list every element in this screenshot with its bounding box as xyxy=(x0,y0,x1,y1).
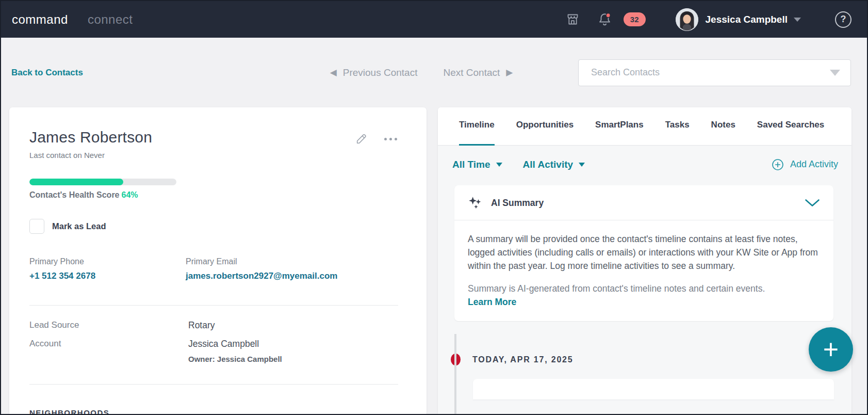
primary-email-label: Primary Email xyxy=(186,257,398,266)
tab-saved-searches[interactable]: Saved Searches xyxy=(757,120,824,146)
brand-connect[interactable]: connect xyxy=(88,12,133,27)
main-content: James Robertson Last contact on Never Co… xyxy=(1,107,867,415)
contact-subheader: Back to Contacts ◀ Previous Contact Next… xyxy=(1,38,867,107)
timeline-section: TODAY, APR 17, 2025 xyxy=(454,334,851,415)
tab-opportunities[interactable]: Opportunities xyxy=(516,120,574,146)
add-activity-button[interactable]: Add Activity xyxy=(771,158,838,171)
timeline-date-entry: TODAY, APR 17, 2025 xyxy=(454,334,851,365)
tab-smartplans[interactable]: SmartPlans xyxy=(595,120,644,146)
contact-card-header: James Robertson xyxy=(29,129,398,146)
previous-contact-arrow-icon[interactable]: ◀ xyxy=(330,67,337,78)
lead-source-value: Rotary xyxy=(188,320,398,331)
help-icon[interactable]: ? xyxy=(835,11,851,28)
primary-phone-field: Primary Phone +1 512 354 2678 xyxy=(29,257,186,281)
primary-phone-value[interactable]: +1 512 354 2678 xyxy=(29,271,186,281)
next-contact-button[interactable]: Next Contact xyxy=(443,67,500,78)
tab-notes[interactable]: Notes xyxy=(711,120,735,146)
primary-email-value[interactable]: james.robertson2927@myemail.com xyxy=(186,271,398,281)
time-filter-value: All Time xyxy=(452,159,490,170)
activity-tabbar: Timeline Opportunities SmartPlans Tasks … xyxy=(438,107,851,146)
lead-source-row: Lead Source Rotary xyxy=(29,320,398,331)
tab-timeline[interactable]: Timeline xyxy=(459,120,495,146)
mark-as-lead-label: Mark as Lead xyxy=(52,221,106,231)
health-score-fill xyxy=(29,179,123,185)
marketplace-icon[interactable] xyxy=(566,12,580,26)
topbar-actions: 32 Jessica Campbell ? xyxy=(566,8,851,31)
timeline-event-card[interactable] xyxy=(473,379,834,400)
primary-phone-label: Primary Phone xyxy=(29,257,186,266)
ai-summary-card: AI Summary A summary will be provided on… xyxy=(454,185,833,321)
ai-summary-text: A summary will be provided once the cont… xyxy=(468,232,819,273)
collapse-chevron-icon[interactable] xyxy=(805,199,820,207)
primary-contact-fields: Primary Phone +1 512 354 2678 Primary Em… xyxy=(29,257,398,281)
user-menu-caret-icon[interactable] xyxy=(794,18,801,22)
health-score-caption: Contact's Health Score xyxy=(29,190,120,199)
next-contact-arrow-icon[interactable]: ▶ xyxy=(506,67,513,78)
mark-as-lead-checkbox[interactable] xyxy=(29,219,44,234)
user-name[interactable]: Jessica Campbell xyxy=(706,14,788,25)
account-value-group: Jessica Campbell Owner: Jessica Campbell xyxy=(188,339,398,363)
more-options-ellipsis-icon[interactable] xyxy=(383,135,398,143)
add-activity-label: Add Activity xyxy=(790,159,838,170)
back-to-contacts-link[interactable]: Back to Contacts xyxy=(11,68,83,78)
tab-tasks[interactable]: Tasks xyxy=(665,120,690,146)
time-filter-caret-icon xyxy=(496,163,502,167)
lead-source-label: Lead Source xyxy=(29,320,188,331)
account-value: Jessica Campbell xyxy=(188,339,398,349)
contact-details: Lead Source Rotary Account Jessica Campb… xyxy=(29,320,398,363)
contact-pagination: ◀ Previous Contact Next Contact ▶ xyxy=(330,67,513,78)
search-contacts-input[interactable] xyxy=(591,67,830,78)
contact-name: James Robertson xyxy=(29,129,152,146)
notifications-bell-icon[interactable] xyxy=(597,12,612,27)
learn-more-link[interactable]: Learn More xyxy=(468,297,516,308)
activity-filter-caret-icon xyxy=(579,163,585,167)
health-score-value: 64% xyxy=(122,190,138,199)
timeline-filter-row: All Time All Activity Add Activity xyxy=(438,146,851,183)
ai-summary-header[interactable]: AI Summary xyxy=(454,185,833,220)
account-owner-text: Owner: Jessica Campbell xyxy=(188,355,398,363)
timeline-panel: All Time All Activity Add Activity xyxy=(438,146,851,415)
time-filter-dropdown[interactable]: All Time xyxy=(452,159,502,170)
neighborhoods-heading: NEIGHBORHOODS xyxy=(29,408,398,415)
search-contacts-box xyxy=(578,59,851,86)
timeline-date-header: TODAY, APR 17, 2025 xyxy=(472,355,573,364)
ai-summary-title: AI Summary xyxy=(491,198,544,209)
ai-summary-disclaimer: Summary is AI-generated from contact's t… xyxy=(468,283,819,294)
app-window: command connect 32 xyxy=(0,0,868,415)
divider xyxy=(29,305,398,306)
last-contact-text: Last contact on Never xyxy=(29,151,398,159)
account-label: Account xyxy=(29,339,188,363)
circle-plus-icon xyxy=(771,158,784,171)
contact-card-actions xyxy=(355,129,398,146)
edit-contact-pencil-icon[interactable] xyxy=(355,133,368,146)
notification-count-badge[interactable]: 32 xyxy=(624,12,646,26)
contact-activity-card: Timeline Opportunities SmartPlans Tasks … xyxy=(438,107,851,415)
floating-add-button[interactable]: + xyxy=(809,327,853,372)
account-row: Account Jessica Campbell Owner: Jessica … xyxy=(29,339,398,363)
previous-contact-button[interactable]: Previous Contact xyxy=(343,67,418,78)
health-score-label: Contact's Health Score64% xyxy=(29,190,398,200)
primary-email-field: Primary Email james.robertson2927@myemai… xyxy=(186,257,398,281)
ai-summary-body: A summary will be provided once the cont… xyxy=(454,220,833,321)
top-navigation-bar: command connect 32 xyxy=(1,1,867,38)
search-dropdown-caret-icon[interactable] xyxy=(830,70,840,76)
health-score-bar xyxy=(29,179,176,185)
activity-filter-value: All Activity xyxy=(523,159,574,170)
ai-sparkle-icon xyxy=(468,196,482,210)
user-avatar[interactable] xyxy=(676,8,698,31)
brand-command[interactable]: command xyxy=(12,12,68,27)
mark-as-lead-row: Mark as Lead xyxy=(29,219,398,234)
divider xyxy=(29,384,398,385)
timeline-vertical-line xyxy=(454,334,456,415)
contact-summary-card: James Robertson Last contact on Never Co… xyxy=(9,107,427,415)
activity-filter-dropdown[interactable]: All Activity xyxy=(523,159,585,170)
